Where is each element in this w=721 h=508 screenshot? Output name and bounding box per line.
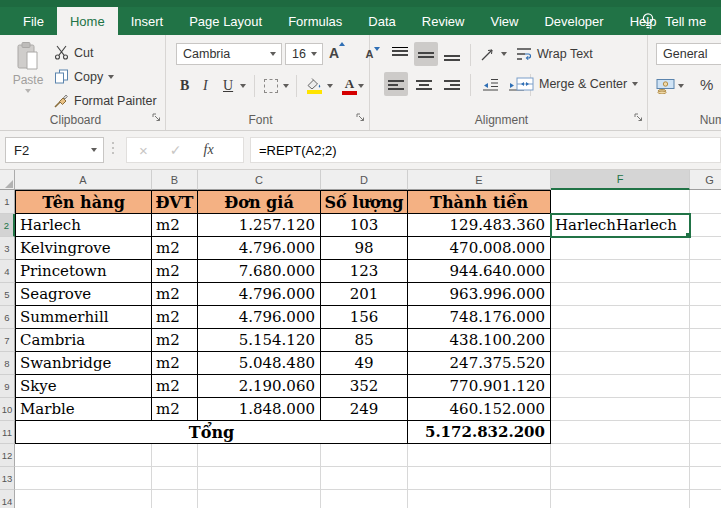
merge-center-button[interactable]: Merge & Center [516, 72, 638, 96]
cell-B4[interactable]: m2 [152, 260, 198, 283]
cell-C10[interactable]: 1.848.000 [198, 398, 321, 421]
row-header-10[interactable]: 10 [0, 398, 15, 421]
cell-G4[interactable] [690, 260, 721, 283]
fill-handle[interactable] [685, 232, 690, 237]
cell-F11[interactable] [551, 421, 690, 444]
row-header-2[interactable]: 2 [0, 214, 15, 237]
cell-D6[interactable]: 156 [321, 306, 408, 329]
cell-B1[interactable]: ĐVT [152, 190, 198, 214]
cell-A13[interactable] [15, 467, 152, 490]
align-center-button[interactable] [412, 72, 436, 96]
cell-A8[interactable]: Swanbridge [15, 352, 152, 375]
cell-A5[interactable]: Seagrove [15, 283, 152, 306]
grow-font-button[interactable]: A [329, 45, 339, 61]
underline-dropdown-icon[interactable] [240, 73, 246, 99]
cell-C7[interactable]: 5.154.120 [198, 329, 321, 352]
percent-style-button[interactable]: % [700, 76, 713, 93]
tab-view[interactable]: View [477, 7, 531, 35]
cell-D14[interactable] [321, 490, 408, 508]
cell-B8[interactable]: m2 [152, 352, 198, 375]
accounting-format-button[interactable] [656, 73, 684, 99]
cell-A6[interactable]: Summerhill [15, 306, 152, 329]
cell-G5[interactable] [690, 283, 721, 306]
cell-E9[interactable]: 770.901.120 [408, 375, 551, 398]
cell-A9[interactable]: Skye [15, 375, 152, 398]
cell-B12[interactable] [152, 444, 198, 467]
cell-C3[interactable]: 4.796.000 [198, 237, 321, 260]
cell-D12[interactable] [321, 444, 408, 467]
clipboard-dialog-launcher-icon[interactable] [152, 108, 161, 126]
column-header-g[interactable]: G [690, 170, 721, 190]
cancel-icon[interactable]: × [139, 142, 148, 159]
decrease-indent-button[interactable] [478, 72, 502, 96]
cell-A1[interactable]: Tên hàng [15, 190, 152, 214]
cell-B14[interactable] [152, 490, 198, 508]
cell-F1[interactable] [551, 190, 690, 214]
select-all-corner[interactable] [0, 170, 15, 190]
tab-page-layout[interactable]: Page Layout [176, 7, 275, 35]
cell-G6[interactable] [690, 306, 721, 329]
font-size-select[interactable]: 16 [285, 43, 323, 65]
column-header-a[interactable]: A [15, 170, 152, 190]
cell-G13[interactable] [690, 467, 721, 490]
cell-D10[interactable]: 249 [321, 398, 408, 421]
name-box[interactable]: F2 [5, 137, 104, 163]
cell-C13[interactable] [198, 467, 321, 490]
cut-button[interactable]: Cut [54, 45, 93, 60]
cell-G8[interactable] [690, 352, 721, 375]
column-header-b[interactable]: B [152, 170, 198, 190]
cell-F12[interactable] [551, 444, 690, 467]
cell-E4[interactable]: 944.640.000 [408, 260, 551, 283]
column-header-c[interactable]: C [198, 170, 321, 190]
tab-formulas[interactable]: Formulas [275, 7, 355, 35]
cell-G12[interactable] [690, 444, 721, 467]
cell-A10[interactable]: Marble [15, 398, 152, 421]
tab-insert[interactable]: Insert [118, 7, 177, 35]
row-header-3[interactable]: 3 [0, 237, 15, 260]
column-header-d[interactable]: D [321, 170, 408, 190]
cell-C1[interactable]: Đơn giá [198, 190, 321, 214]
selected-cell-F2[interactable]: HarlechHarlech [551, 214, 690, 237]
row-header-1[interactable]: 1 [0, 190, 15, 214]
row-header-6[interactable]: 6 [0, 306, 15, 329]
fill-color-dropdown-icon[interactable] [327, 73, 333, 99]
insert-function-icon[interactable]: fx [204, 142, 214, 158]
cell-G1[interactable] [690, 190, 721, 214]
total-value-cell[interactable]: 5.172.832.200 [408, 421, 551, 444]
cell-D1[interactable]: Số lượng [321, 190, 408, 214]
align-left-button[interactable] [384, 72, 408, 96]
enter-icon[interactable]: ✓ [170, 142, 182, 158]
cell-F9[interactable] [551, 375, 690, 398]
cell-B3[interactable]: m2 [152, 237, 198, 260]
cell-G7[interactable] [690, 329, 721, 352]
alignment-dialog-launcher-icon[interactable] [634, 108, 643, 126]
cell-D8[interactable]: 49 [321, 352, 408, 375]
cell-G3[interactable] [690, 237, 721, 260]
bold-button[interactable]: B [180, 73, 189, 99]
borders-button[interactable] [264, 73, 278, 99]
cell-C6[interactable]: 4.796.000 [198, 306, 321, 329]
row-header-8[interactable]: 8 [0, 352, 15, 375]
cell-F10[interactable] [551, 398, 690, 421]
cell-C8[interactable]: 5.048.480 [198, 352, 321, 375]
align-bottom-button[interactable] [440, 42, 464, 66]
cell-B5[interactable]: m2 [152, 283, 198, 306]
cell-F6[interactable] [551, 306, 690, 329]
font-color-dropdown-icon[interactable] [358, 73, 364, 99]
cell-D2[interactable]: 103 [321, 214, 408, 237]
cell-D7[interactable]: 85 [321, 329, 408, 352]
cell-D9[interactable]: 352 [321, 375, 408, 398]
cell-F5[interactable] [551, 283, 690, 306]
row-header-9[interactable]: 9 [0, 375, 15, 398]
column-header-f[interactable]: F [551, 170, 690, 190]
borders-dropdown-icon[interactable] [283, 73, 289, 99]
tab-file[interactable]: File [10, 7, 57, 35]
copy-button[interactable]: Copy [54, 69, 114, 84]
cell-D3[interactable]: 98 [321, 237, 408, 260]
cell-E12[interactable] [408, 444, 551, 467]
cell-A2[interactable]: Harlech [15, 214, 152, 237]
cell-C14[interactable] [198, 490, 321, 508]
row-header-12[interactable]: 12 [0, 444, 15, 467]
align-middle-button[interactable] [414, 42, 438, 66]
row-header-4[interactable]: 4 [0, 260, 15, 283]
